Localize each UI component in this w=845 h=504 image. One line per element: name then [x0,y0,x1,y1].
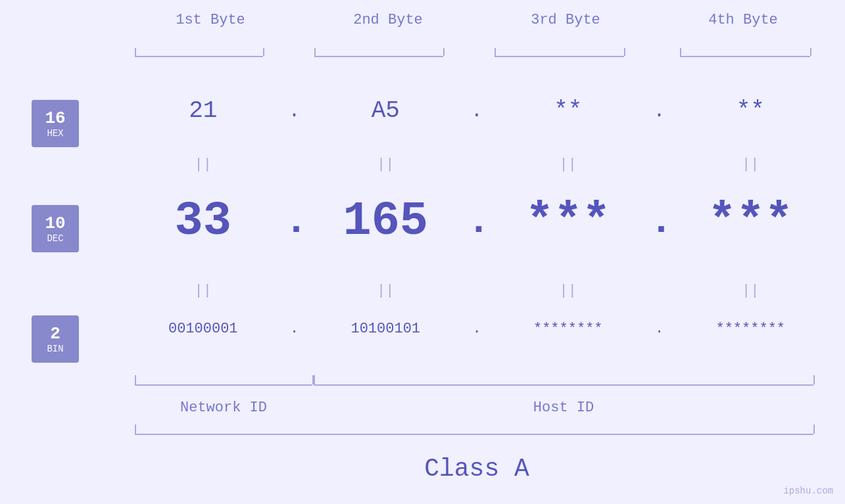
sep2-4: || [669,283,833,299]
network-bracket-line [135,384,312,386]
bin-byte-4: ******** [669,321,833,337]
hex-dot-1: . [285,100,304,122]
hex-dot-3: . [650,100,669,122]
bin-dot-3: . [650,321,669,337]
hex-byte-4: ** [669,97,833,124]
dec-byte-1: 33 [122,195,285,248]
tick-1a [135,48,136,56]
dec-dot-3: . [650,199,669,244]
nw-tick-left [135,375,136,384]
tick-1b [263,48,264,56]
dec-dot-2: . [467,199,487,244]
tick-3b [624,48,625,56]
outer-tick-right [813,424,815,434]
main-container: 1st Byte 2nd Byte 3rd Byte 4th Byte 16 H… [0,0,845,504]
dec-dot-1: . [285,199,304,244]
class-a-label: Class A [122,455,832,483]
tick-4b [810,48,811,56]
sep2-2: || [304,283,468,299]
bin-dot-2: . [467,321,487,337]
tick-3a [495,48,496,56]
sep1-2: || [304,156,468,173]
sep-row-2: || || || || [122,283,832,299]
bin-byte-1: 00100001 [122,321,285,337]
sep1-4: || [669,156,833,173]
host-tick-right [813,375,815,384]
host-bracket-line [314,384,813,386]
sep2-3: || [487,283,650,299]
bracket-line-1 [135,56,263,57]
sep1-3: || [487,156,650,173]
network-id-label: Network ID [135,400,312,416]
byte-header-1: 1st Byte [122,12,299,28]
dec-values-row: 33 . 165 . *** . *** [122,195,832,248]
byte-header-4: 4th Byte [654,12,832,28]
dec-byte-2: 165 [304,195,468,248]
outer-bracket-line [135,434,813,435]
byte-header-2: 2nd Byte [299,12,477,28]
bracket-line-4 [680,56,810,57]
dec-byte-3: *** [487,195,650,248]
tick-2b [443,48,445,56]
tick-2a [314,48,316,56]
bin-values-row: 00100001 . 10100101 . ******** . *******… [122,321,832,337]
sep1-1: || [122,156,285,173]
hex-byte-3: ** [487,97,650,124]
hex-byte-2: A5 [304,97,468,124]
byte-header-3: 3rd Byte [477,12,654,28]
bracket-line-3 [495,56,624,57]
tick-4a [680,48,681,56]
outer-tick-left [135,424,136,434]
hex-dot-2: . [467,100,487,122]
watermark: ipshu.com [783,486,833,496]
bin-base-label: 2 BIN [32,315,79,363]
hex-base-label: 16 HEX [32,100,79,147]
bracket-line-2 [314,56,443,57]
hex-byte-1: 21 [122,97,285,124]
sep2-1: || [122,283,285,299]
byte-headers-row: 1st Byte 2nd Byte 3rd Byte 4th Byte [122,12,832,28]
sep-row-1: || || || || [122,156,832,173]
bin-byte-3: ******** [487,321,650,337]
host-id-label: Host ID [314,400,813,416]
hex-values-row: 21 . A5 . ** . ** [122,97,832,124]
dec-base-label: 10 DEC [32,205,79,252]
bin-byte-2: 10100101 [304,321,468,337]
host-tick-left [314,375,315,384]
bin-dot-1: . [285,321,304,337]
dec-byte-4: *** [669,195,833,248]
